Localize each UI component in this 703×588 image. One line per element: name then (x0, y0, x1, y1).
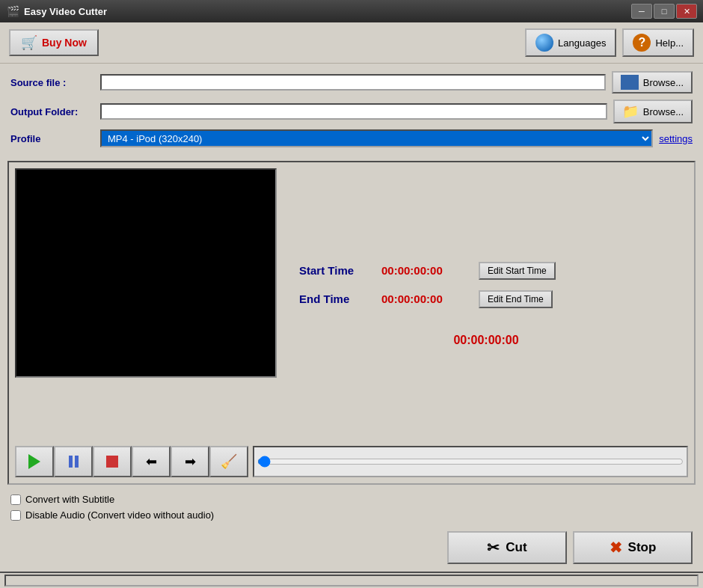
stop-icon (106, 456, 118, 468)
help-icon: ? (633, 34, 651, 52)
maximize-button[interactable]: □ (654, 4, 675, 19)
broom-icon: 🧹 (221, 453, 237, 470)
minimize-button[interactable]: ─ (631, 4, 652, 19)
start-time-value: 00:00:00:00 (381, 264, 471, 277)
pause-icon (69, 456, 79, 468)
cart-icon: 🛒 (21, 34, 37, 51)
mark-end-button[interactable]: ➡ (171, 446, 209, 477)
profile-label: Profile (10, 133, 100, 144)
main-window: 🛒 Buy Now Languages ? Help... Source fil… (0, 22, 703, 588)
status-bar (0, 572, 703, 588)
stop-action-button[interactable]: ✖ Stop (573, 531, 693, 564)
play-button[interactable] (15, 446, 54, 477)
close-button[interactable]: ✕ (676, 4, 697, 19)
subtitle-label[interactable]: Convert with Subtitle (25, 494, 114, 505)
source-file-input[interactable] (100, 74, 606, 91)
pause-button[interactable] (54, 446, 93, 477)
profile-row: Profile MP4 - iPod (320x240) settings (10, 129, 693, 147)
film-icon (621, 75, 639, 90)
disable-audio-checkbox[interactable] (10, 510, 21, 521)
stop-x-icon: ✖ (610, 539, 622, 557)
seek-slider[interactable] (257, 456, 684, 468)
mark-end-icon: ➡ (185, 453, 196, 470)
output-folder-input[interactable] (100, 103, 607, 120)
content-area: Start Time 00:00:00:00 Edit Start Time E… (7, 161, 696, 485)
mark-start-button[interactable]: ⬅ (132, 446, 171, 477)
video-preview (15, 168, 277, 378)
folder-icon: 📁 (622, 103, 639, 120)
checkboxes-area: Convert with Subtitle Disable Audio (Con… (0, 488, 703, 527)
source-label: Source file : (10, 77, 100, 88)
source-browse-label: Browse... (643, 77, 684, 88)
disable-audio-row: Disable Audio (Convert video without aud… (10, 509, 693, 521)
stop-button[interactable] (93, 446, 132, 477)
cut-button[interactable]: ✂ Cut (447, 531, 567, 564)
disable-audio-label[interactable]: Disable Audio (Convert video without aud… (25, 509, 214, 521)
start-time-row: Start Time 00:00:00:00 Edit Start Time (299, 262, 673, 280)
output-browse-label: Browse... (643, 106, 684, 117)
form-area: Source file : Browse... Output Folder: 📁… (0, 64, 703, 158)
content-inner: Start Time 00:00:00:00 Edit Start Time E… (15, 168, 688, 440)
bottom-buttons: ✂ Cut ✖ Stop (0, 527, 703, 572)
clear-button[interactable]: 🧹 (209, 446, 248, 477)
window-title: Easy Video Cutter (24, 6, 631, 17)
scissors-icon: ✂ (487, 539, 500, 557)
right-panel: Start Time 00:00:00:00 Edit Start Time E… (284, 168, 688, 440)
source-file-row: Source file : Browse... (10, 71, 693, 94)
end-time-label: End Time (299, 293, 374, 305)
profile-select[interactable]: MP4 - iPod (320x240) (100, 129, 653, 147)
languages-label: Languages (558, 37, 606, 49)
start-time-label: Start Time (299, 264, 374, 277)
end-time-value: 00:00:00:00 (381, 293, 471, 305)
output-folder-row: Output Folder: 📁 Browse... (10, 99, 693, 123)
status-field (4, 575, 699, 587)
buy-now-label: Buy Now (42, 37, 87, 49)
output-label: Output Folder: (10, 106, 100, 117)
edit-end-time-button[interactable]: Edit End Time (479, 290, 553, 308)
globe-icon (535, 34, 553, 52)
current-time-value: 00:00:00:00 (453, 334, 518, 346)
end-time-row: End Time 00:00:00:00 Edit End Time (299, 290, 673, 308)
buy-now-button[interactable]: 🛒 Buy Now (9, 29, 99, 56)
play-icon (28, 454, 40, 469)
languages-button[interactable]: Languages (525, 28, 616, 57)
toolbar-right: Languages ? Help... (525, 28, 694, 57)
current-time-display: 00:00:00:00 (299, 334, 673, 347)
settings-link[interactable]: settings (659, 133, 693, 144)
title-bar: 🎬 Easy Video Cutter ─ □ ✕ (0, 0, 703, 22)
help-button[interactable]: ? Help... (622, 28, 694, 57)
output-browse-button[interactable]: 📁 Browse... (613, 99, 693, 123)
subtitle-checkbox[interactable] (10, 494, 21, 505)
media-controls: ⬅ ➡ 🧹 (15, 446, 688, 477)
cut-label: Cut (506, 540, 527, 555)
mark-start-icon: ⬅ (146, 453, 157, 470)
source-browse-button[interactable]: Browse... (612, 71, 693, 94)
help-label: Help... (655, 37, 684, 49)
stop-label: Stop (628, 540, 657, 555)
top-toolbar: 🛒 Buy Now Languages ? Help... (0, 22, 703, 64)
subtitle-row: Convert with Subtitle (10, 494, 693, 505)
window-controls: ─ □ ✕ (631, 4, 697, 19)
app-icon: 🎬 (6, 4, 19, 18)
seekbar-container (253, 446, 688, 477)
edit-start-time-button[interactable]: Edit Start Time (479, 262, 556, 280)
